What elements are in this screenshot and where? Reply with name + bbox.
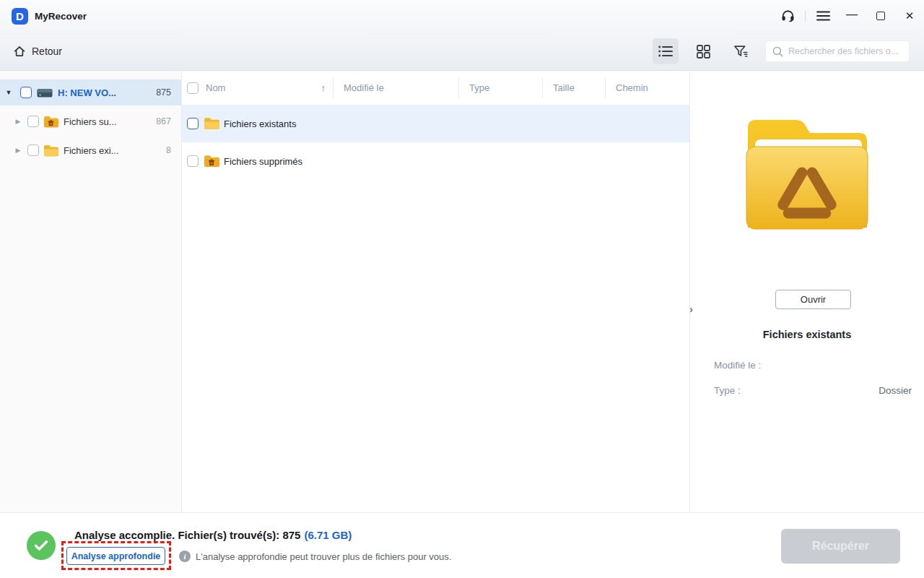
minimize-icon: — [846, 8, 858, 21]
search-input[interactable] [788, 46, 902, 56]
field-label: Type : [714, 385, 741, 396]
recycle-folder-preview-icon [739, 112, 875, 238]
row-checkbox[interactable] [187, 118, 199, 129]
home-icon [13, 45, 26, 58]
back-label: Retour [32, 46, 62, 57]
list-view-button[interactable] [653, 38, 679, 64]
sidebar-item-drive-h[interactable]: ▼ H: NEW VO... 875 [0, 79, 181, 105]
caret-right-icon[interactable]: ▶ [13, 147, 23, 154]
table-row-existing-files[interactable]: Fichiers existants [182, 105, 689, 142]
toolbar: Retour [0, 32, 924, 71]
column-label: Chemin [616, 82, 648, 93]
close-icon: ✕ [905, 9, 915, 22]
row-name: Fichiers supprimés [224, 156, 302, 167]
filter-button[interactable] [728, 38, 754, 64]
sidebar-item-existing-files[interactable]: ▶ Fichiers exi... 8 [0, 137, 181, 163]
caret-right-icon[interactable]: ▶ [13, 118, 23, 125]
folder-deleted-icon [43, 116, 59, 128]
deep-scan-button[interactable]: Analyse approfondie [66, 547, 165, 565]
app-title: MyRecover [35, 11, 87, 22]
grid-view-button[interactable] [690, 38, 716, 64]
minimize-button[interactable]: — [837, 0, 866, 32]
column-header-modifie[interactable]: Modifié le [333, 78, 458, 98]
scan-message-text: Analyse accomplie. Fichier(s) trouvé(s):… [74, 529, 300, 541]
drive-icon [37, 87, 53, 98]
collapse-panel-chevron-icon[interactable]: › [689, 301, 699, 316]
top-zone: D MyRecover [0, 0, 924, 71]
app-logo-icon: D [12, 8, 28, 25]
deleted-files-checkbox[interactable] [27, 116, 39, 127]
column-header-type[interactable]: Type [458, 78, 542, 98]
deep-scan-hint: L'analyse approfondie peut trouver plus … [196, 551, 451, 562]
select-all-checkbox[interactable] [187, 82, 199, 94]
scan-size-text: (6.71 GB) [304, 529, 352, 541]
sidebar-item-count: 875 [156, 87, 171, 98]
recover-button[interactable]: Récupérer [781, 529, 900, 564]
titlebar-divider [805, 11, 806, 21]
column-header-chemin[interactable]: Chemin [605, 78, 689, 98]
folder-deleted-icon [204, 155, 219, 168]
maximize-button[interactable] [866, 0, 895, 32]
field-label: Modifié le : [714, 360, 761, 371]
main-area: ▼ H: NEW VO... 875 ▶ [0, 71, 924, 512]
search-box [765, 40, 910, 62]
detail-field-type: Type : Dossier [714, 385, 912, 396]
close-button[interactable]: ✕ [895, 0, 924, 32]
field-value: Dossier [879, 385, 912, 396]
drive-checkbox[interactable] [20, 87, 32, 98]
back-button[interactable]: Retour [13, 45, 62, 58]
scan-result-message: Analyse accomplie. Fichier(s) trouvé(s):… [74, 529, 352, 541]
open-button[interactable]: Ouvrir [775, 290, 851, 309]
table-row-deleted-files[interactable]: Fichiers supprimés [182, 142, 689, 180]
file-table: Nom ↑ Modifié le Type Taille Chemin Fich… [182, 71, 689, 512]
toolbar-right [653, 38, 924, 64]
table-header: Nom ↑ Modifié le Type Taille Chemin [182, 71, 689, 105]
column-header-taille[interactable]: Taille [542, 78, 605, 98]
column-header-nom[interactable]: Nom ↑ [182, 78, 333, 98]
menu-button[interactable] [808, 0, 837, 32]
sidebar-item-count: 8 [166, 145, 171, 155]
column-label: Nom [206, 82, 225, 93]
titlebar: D MyRecover [0, 0, 924, 32]
column-label: Type [469, 82, 489, 93]
maximize-icon [876, 12, 885, 20]
info-icon: i [179, 551, 191, 562]
caret-down-icon[interactable]: ▼ [4, 89, 14, 96]
folder-icon [43, 144, 59, 157]
sidebar-item-label: H: NEW VO... [58, 87, 116, 98]
headset-icon [781, 9, 795, 23]
hamburger-icon [816, 11, 830, 21]
grid-view-icon [697, 45, 710, 59]
details-panel: › [689, 71, 924, 512]
sidebar-tree: ▼ H: NEW VO... 875 ▶ [0, 71, 182, 512]
details-title: Fichiers existants [690, 329, 924, 340]
list-view-icon [658, 46, 673, 57]
sidebar-item-label: Fichiers exi... [64, 145, 119, 156]
status-bar: Analyse accomplie. Fichier(s) trouvé(s):… [0, 512, 924, 578]
search-icon [772, 46, 783, 57]
folder-icon [204, 117, 219, 130]
sidebar-item-deleted-files[interactable]: ▶ Fichiers su... 867 [0, 108, 181, 134]
sidebar-item-count: 867 [156, 116, 171, 126]
myrecover-window: D MyRecover [0, 0, 924, 578]
row-checkbox[interactable] [187, 155, 199, 167]
column-label: Modifié le [344, 82, 384, 93]
sidebar-item-label: Fichiers su... [64, 116, 117, 127]
existing-files-checkbox[interactable] [27, 144, 39, 156]
sort-ascending-icon[interactable]: ↑ [321, 82, 326, 93]
titlebar-controls: — ✕ [773, 0, 924, 32]
detail-field-modified: Modifié le : [714, 360, 912, 371]
support-headset-icon[interactable] [773, 0, 802, 32]
column-label: Taille [553, 82, 575, 93]
row-name: Fichiers existants [224, 118, 296, 129]
success-check-icon [27, 531, 56, 560]
filter-icon [733, 45, 749, 59]
